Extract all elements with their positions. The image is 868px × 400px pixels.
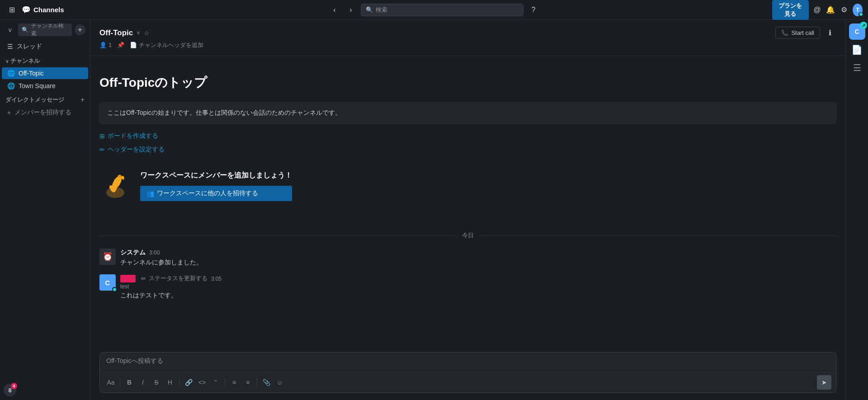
sidebar-dm-header: ダイレクトメッセージ +	[0, 92, 90, 106]
sidebar: ∨ 🔍 チャンネル検索 + ☰ スレッド ∨ チャンネル 🌐 Off-Topic…	[0, 20, 90, 400]
sidebar-channels-header: ∨ チャンネル	[0, 53, 90, 67]
header-set-link[interactable]: ✏ ヘッダーを設定する	[99, 143, 836, 156]
threads-label: スレッド	[17, 42, 42, 51]
help-circle-icon[interactable]: ?	[527, 4, 540, 16]
search-placeholder: 検索	[376, 6, 387, 14]
forward-icon[interactable]: ›	[344, 4, 357, 16]
help-badge[interactable]: 8 8	[4, 384, 16, 396]
toolbar-divider-3	[225, 378, 225, 387]
threads-icon: ☰	[7, 43, 13, 50]
plan-button[interactable]: プランを見る	[772, 0, 809, 20]
send-button[interactable]: ➤	[817, 375, 831, 390]
channel-header-add[interactable]: 📄 チャンネルヘッダを追加	[130, 41, 203, 49]
system-message-time: 3:00	[149, 249, 160, 256]
channel-member-count[interactable]: 👤 1	[99, 42, 112, 48]
sidebar-add-button[interactable]: +	[75, 24, 85, 35]
top-bar: ⊞ 💬 Channels ‹ › 🔍 検索 ? プランを見る @ 🔔 ⚙ T	[0, 0, 868, 20]
start-call-button[interactable]: 📞 Start call	[775, 27, 820, 39]
sidebar-search-icon: 🔍	[22, 27, 28, 33]
sidebar-invite-item[interactable]: + メンバーを招待する	[2, 106, 88, 119]
right-sidebar: C ↗ 📄 ☰	[845, 20, 868, 400]
sidebar-item-label: Town Square	[19, 82, 56, 89]
system-message-author[interactable]: システム	[120, 249, 146, 257]
input-toolbar: Aa B I S H 🔗 <> " ≡ ≡ 📎 ☺ ➤	[100, 372, 836, 392]
sidebar-item-town-square[interactable]: 🌐 Town Square	[2, 80, 88, 92]
workspace-app-icon[interactable]: C ↗	[849, 24, 865, 40]
channel-star-icon[interactable]: ☆	[144, 29, 150, 37]
invite-content: ワークスペースにメンバーを追加しましょう！ 👥 ワークスペースに他の人を招待する	[140, 171, 292, 201]
input-placeholder: Off-Topicへ投稿する	[106, 357, 163, 364]
dm-add-icon[interactable]: +	[80, 96, 85, 104]
user-message: C ✏ ステータスを更新する 3:05 test これはテストです。	[99, 273, 836, 302]
search-bar[interactable]: 🔍 検索	[361, 4, 524, 16]
toolbar-divider-4	[257, 378, 257, 387]
invite-illustration	[99, 170, 131, 202]
channel-globe-icon: 🌐	[7, 82, 15, 89]
board-create-link[interactable]: ⊞ ボードを作成する	[99, 129, 836, 143]
board-icon: ⊞	[99, 132, 105, 140]
bookmark-icon[interactable]: 🔔	[826, 4, 836, 16]
user-message-time: 3:05	[211, 276, 222, 282]
channel-name[interactable]: Off-Topic	[99, 28, 133, 38]
sidebar-bottom: 8 8	[0, 380, 90, 400]
numbered-list-button[interactable]: ≡	[241, 376, 254, 389]
user-message-header: ✏ ステータスを更新する 3:05	[120, 274, 836, 282]
link-button[interactable]: 🔗	[182, 376, 195, 389]
channel-globe-icon: 🌐	[7, 70, 15, 77]
sidebar-collapse-button[interactable]: ∨	[5, 24, 15, 35]
channel-description: ここはOff-Topicの始まりです。仕事とは関係のない会話のためのチャンネルで…	[99, 102, 836, 124]
top-bar-right: プランを見る @ 🔔 ⚙ T	[772, 0, 863, 20]
search-icon: 🔍	[366, 6, 373, 13]
font-button[interactable]: Aa	[104, 376, 117, 389]
phone-icon: 📞	[781, 29, 788, 36]
bullet-list-button[interactable]: ≡	[228, 376, 241, 389]
canvas-icon[interactable]: 📄	[849, 42, 865, 58]
channels-section-label: チャンネル	[10, 57, 40, 65]
mention-icon[interactable]: @	[812, 4, 822, 16]
input-area: Off-Topicへ投稿する Aa B I S H 🔗 <> " ≡ ≡ 📎 ☺…	[99, 352, 836, 393]
user-avatar[interactable]: C	[99, 274, 116, 291]
invite-plus-icon: +	[7, 109, 11, 116]
pin-icon: 📌	[117, 42, 124, 48]
avatar[interactable]: T	[853, 4, 863, 16]
sidebar-item-threads[interactable]: ☰ スレッド	[2, 40, 88, 53]
channel-header: Off-Topic ∨ ☆ 📞 Start call ℹ 👤 1 📌	[90, 20, 845, 56]
channel-dropdown-icon[interactable]: ∨	[137, 30, 140, 36]
sidebar-search[interactable]: 🔍 チャンネル検索	[18, 24, 72, 36]
avatar-status	[859, 12, 863, 17]
heading-button[interactable]: H	[164, 376, 176, 389]
toolbar-divider-1	[120, 378, 120, 387]
username-highlight	[120, 275, 136, 282]
code-button[interactable]: <>	[196, 376, 208, 389]
toolbar-divider-2	[179, 378, 179, 387]
top-bar-left: ⊞ 💬 Channels	[5, 4, 96, 16]
invite-workspace-button[interactable]: 👥 ワークスペースに他の人を招待する	[140, 186, 292, 201]
sidebar-item-label: Off-Topic	[19, 70, 44, 77]
strikethrough-button[interactable]: S	[150, 376, 163, 389]
attach-button[interactable]: 📎	[260, 376, 273, 389]
help-notification-badge: 8	[11, 383, 17, 389]
emoji-button[interactable]: ☺	[274, 376, 286, 389]
quote-button[interactable]: "	[209, 376, 222, 389]
settings-icon[interactable]: ⚙	[839, 4, 849, 16]
apps-grid-icon[interactable]: ⊞	[5, 4, 18, 16]
message-input[interactable]: Off-Topicへ投稿する	[100, 353, 836, 372]
sidebar-item-off-topic[interactable]: 🌐 Off-Topic	[2, 67, 88, 79]
invite-label: メンバーを招待する	[14, 108, 71, 117]
channel-info-icon[interactable]: ℹ	[824, 27, 836, 39]
channel-meta-row: 👤 1 📌 📄 チャンネルヘッダを追加	[99, 41, 836, 49]
main-layout: ∨ 🔍 チャンネル検索 + ☰ スレッド ∨ チャンネル 🌐 Off-Topic…	[0, 20, 868, 400]
messages-area: Off-Topicのトップ ここはOff-Topicの始まりです。仕事とは関係の…	[90, 56, 845, 352]
status-update[interactable]: ✏ ステータスを更新する	[141, 274, 208, 282]
invite-title: ワークスペースにメンバーを追加しましょう！	[140, 171, 292, 180]
list-view-icon[interactable]: ☰	[849, 60, 865, 76]
italic-button[interactable]: I	[137, 376, 149, 389]
bold-button[interactable]: B	[123, 376, 136, 389]
back-icon[interactable]: ‹	[328, 4, 341, 16]
channel-intro-title: Off-Topicのトップ	[99, 74, 836, 91]
user-message-content: ✏ ステータスを更新する 3:05 test これはテストです。	[120, 274, 836, 300]
user-message-author: test	[120, 283, 836, 290]
channel-pin-icon[interactable]: 📌	[117, 42, 124, 48]
user-avatar-status	[112, 287, 117, 292]
channels-collapse-icon[interactable]: ∨	[5, 59, 9, 64]
